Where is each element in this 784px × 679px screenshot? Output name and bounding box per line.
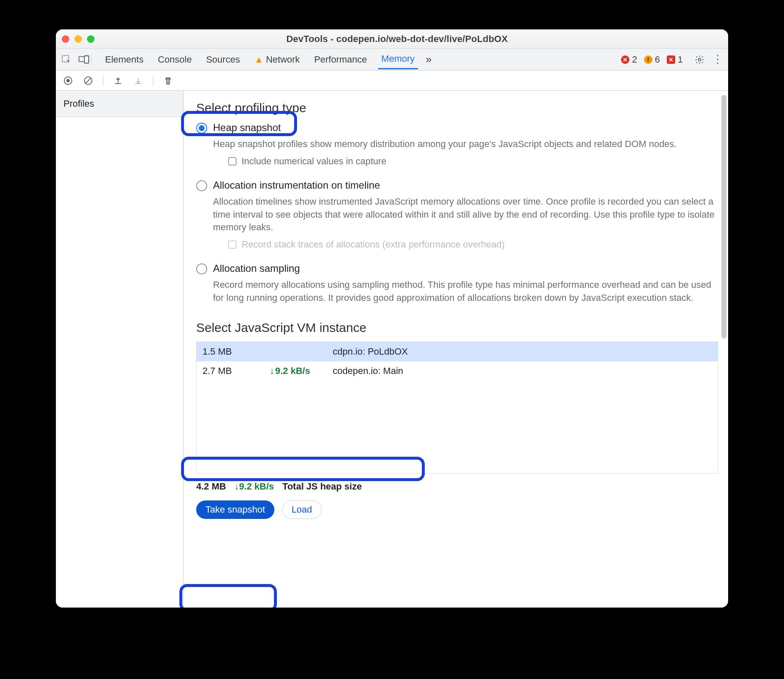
issues-count: 1 <box>678 54 683 65</box>
warnings-badge[interactable]: !6 <box>644 54 660 65</box>
total-rate: ↓9.2 kB/s <box>234 481 274 492</box>
main-panel: Select profiling type Heap snapshot Heap… <box>184 91 728 608</box>
radio-icon[interactable] <box>196 180 207 191</box>
gc-icon[interactable] <box>163 75 174 86</box>
sidebar-item-profiles[interactable]: Profiles <box>56 91 183 117</box>
sidebar: Profiles <box>56 91 184 608</box>
clear-icon[interactable] <box>83 75 94 86</box>
radio-checked-icon[interactable] <box>196 123 207 134</box>
vm-instance-list: 1.5 MB cdpn.io: PoLdbOX 2.7 MB ↓9.2 kB/s… <box>196 342 718 474</box>
vm-name: codepen.io: Main <box>333 366 712 376</box>
checkbox-icon[interactable] <box>228 157 237 166</box>
total-rate-value: 9.2 kB/s <box>239 481 274 492</box>
checkbox-record-stack[interactable]: Record stack traces of allocations (extr… <box>228 239 718 250</box>
window-controls <box>62 35 95 43</box>
devtools-window: DevTools - codepen.io/web-dot-dev/live/P… <box>56 29 728 608</box>
scrollbar[interactable] <box>721 95 726 339</box>
svg-line-8 <box>86 78 91 83</box>
inspect-icon[interactable] <box>61 54 72 65</box>
checkbox-icon[interactable] <box>228 240 237 249</box>
memory-toolbar <box>56 71 728 91</box>
tab-performance[interactable]: Performance <box>311 51 371 68</box>
tab-network[interactable]: ▲Network <box>251 51 303 68</box>
zoom-icon[interactable] <box>87 35 95 43</box>
option-allocation-sampling[interactable]: Allocation sampling Record memory alloca… <box>196 263 718 309</box>
svg-point-4 <box>698 58 701 61</box>
action-bar: Take snapshot Load <box>196 500 718 519</box>
option-description: Record memory allocations using sampling… <box>213 279 718 305</box>
option-heap-snapshot[interactable]: Heap snapshot Heap snapshot profiles sho… <box>196 122 718 174</box>
checkbox-label: Record stack traces of allocations (extr… <box>242 239 505 250</box>
settings-icon[interactable] <box>695 55 705 65</box>
vm-size: 1.5 MB <box>203 346 270 357</box>
errors-badge[interactable]: ✕2 <box>621 54 637 65</box>
warnings-count: 6 <box>655 54 660 65</box>
tab-sources[interactable]: Sources <box>203 51 243 68</box>
svg-rect-2 <box>84 55 89 63</box>
load-button[interactable]: Load <box>282 500 322 519</box>
issues-badge[interactable]: ✕1 <box>667 54 683 65</box>
vm-rate: ↓9.2 kB/s <box>270 366 333 376</box>
panel-tabs: Elements Console Sources ▲Network Perfor… <box>56 49 728 71</box>
vm-summary: 4.2 MB ↓9.2 kB/s Total JS heap size <box>196 481 718 492</box>
annotation-ring <box>179 584 277 608</box>
tab-elements[interactable]: Elements <box>102 51 147 68</box>
errors-count: 2 <box>632 54 637 65</box>
vm-name: cdpn.io: PoLdbOX <box>333 346 712 357</box>
close-icon[interactable] <box>62 35 69 43</box>
arrow-down-icon: ↓ <box>270 366 274 376</box>
download-icon[interactable] <box>133 75 144 86</box>
svg-point-6 <box>66 79 70 82</box>
radio-icon[interactable] <box>196 263 207 274</box>
status-badges: ✕2 !6 ✕1 <box>621 54 683 65</box>
checkbox-include-numerical[interactable]: Include numerical values in capture <box>228 156 677 167</box>
record-icon[interactable] <box>63 75 74 86</box>
upload-icon[interactable] <box>113 75 124 86</box>
more-tabs-icon[interactable]: » <box>426 53 431 66</box>
window-title: DevTools - codepen.io/web-dot-dev/live/P… <box>102 34 692 45</box>
option-description: Heap snapshot profiles show memory distr… <box>213 138 677 151</box>
window-titlebar: DevTools - codepen.io/web-dot-dev/live/P… <box>56 29 728 49</box>
option-allocation-timeline[interactable]: Allocation instrumentation on timeline A… <box>196 179 718 258</box>
more-menu-icon[interactable]: ⋮ <box>712 53 723 66</box>
checkbox-label: Include numerical values in capture <box>242 156 387 167</box>
option-title: Heap snapshot <box>213 122 677 134</box>
vm-size: 2.7 MB <box>203 366 270 376</box>
panel-body: Profiles Select profiling type Heap snap… <box>56 91 728 608</box>
tab-network-label: Network <box>266 54 300 65</box>
vm-row[interactable]: 1.5 MB cdpn.io: PoLdbOX <box>197 342 718 361</box>
vm-row[interactable]: 2.7 MB ↓9.2 kB/s codepen.io: Main <box>197 361 718 381</box>
section-profiling-type: Select profiling type <box>196 101 718 115</box>
tab-console[interactable]: Console <box>155 51 195 68</box>
option-title: Allocation instrumentation on timeline <box>213 179 718 191</box>
tab-memory[interactable]: Memory <box>378 50 418 69</box>
total-label: Total JS heap size <box>282 481 362 492</box>
total-size: 4.2 MB <box>196 481 226 492</box>
arrow-down-icon: ↓ <box>234 481 239 492</box>
minimize-icon[interactable] <box>74 35 82 43</box>
take-snapshot-button[interactable]: Take snapshot <box>196 500 274 519</box>
vm-rate-value: 9.2 kB/s <box>275 366 310 376</box>
section-vm-instance: Select JavaScript VM instance <box>196 321 718 335</box>
device-toolbar-icon[interactable] <box>79 54 89 65</box>
option-title: Allocation sampling <box>213 263 718 274</box>
option-description: Allocation timelines show instrumented J… <box>213 195 718 234</box>
